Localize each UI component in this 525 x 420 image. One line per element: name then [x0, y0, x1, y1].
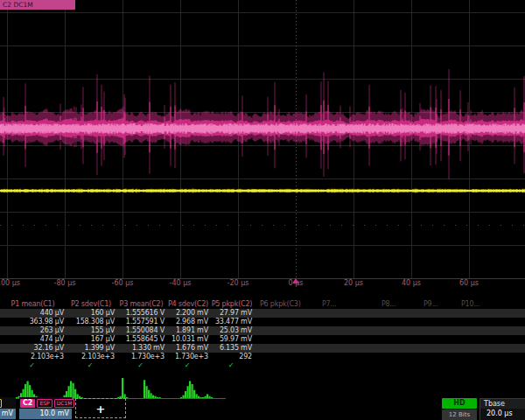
time-axis-label: 20 µs: [344, 279, 363, 287]
plus-icon: +: [96, 402, 106, 416]
c2-scale-value: 10.0 mV: [19, 409, 72, 419]
resolution-bits-label: 12 Bits: [442, 410, 477, 420]
measure-value: 6.135 mV: [210, 344, 254, 353]
measure-value: 2.200 mV: [166, 309, 210, 318]
measure-value: 27.97 mV: [210, 309, 254, 318]
measure-value: 10.031 mV: [166, 335, 210, 344]
measure-value: 363.98 µV: [0, 318, 66, 326]
measure-value: 1.676 mV: [166, 344, 210, 353]
tbase-value: 20.0 µs: [480, 409, 525, 419]
measure-value: 59.97 mV: [210, 335, 254, 344]
measure-stat-row: 474 µV167 µV1.558645 V10.031 mV59.97 mV: [0, 335, 525, 344]
waveform-grid: [0, 0, 525, 294]
param-header-p7[interactable]: P7...: [322, 300, 337, 309]
time-axis: -100 µs-80 µs-60 µs-40 µs-20 µs0 µs20 µs…: [0, 279, 525, 290]
time-axis-label: 60 µs: [459, 279, 479, 287]
time-axis-label: -60 µs: [112, 279, 134, 287]
measure-value: 1.399 µV: [66, 344, 116, 353]
tbase-label: Tbase: [480, 399, 525, 409]
measure-value: 2.103e+3: [66, 353, 116, 361]
time-axis-label: -100 µs: [0, 279, 20, 287]
param-header-p9[interactable]: P9...: [424, 300, 438, 309]
descriptor-bar: C1 DC1M 10.0 mV C2 ESP DC1M 10.0 mV + HD…: [0, 396, 525, 420]
hd-mode-badge[interactable]: HD: [442, 398, 477, 409]
measure-value: 32.16 µV: [0, 344, 66, 353]
c1-coupling-badge: DC1M: [0, 399, 2, 408]
c2-channel-badge: C2: [20, 399, 35, 408]
param-header-p5[interactable]: P5 pkpk(C2): [210, 300, 254, 309]
measure-value: 1.730e+3: [166, 353, 210, 361]
status-check-icon: ✓: [66, 361, 116, 370]
c1-trace[interactable]: [0, 189, 525, 193]
measure-value: 2.103e+3: [0, 353, 66, 361]
measure-value: 292: [210, 353, 254, 361]
time-axis-label: -20 µs: [228, 279, 249, 287]
param-header-p2[interactable]: P2 sdev(C1): [66, 300, 116, 309]
measure-stat-row: 363.98 µV158.308 µV1.557591 V2.968 mV33.…: [0, 318, 525, 326]
oscilloscope-screen: C2 DC1M -100 µs-80 µs-60 µs-40 µs-20 µs0…: [0, 0, 525, 420]
param-header-p8[interactable]: P8...: [382, 300, 396, 309]
param-header-p4[interactable]: P4 sdev(C2): [166, 300, 210, 309]
measure-value: 155 µV: [66, 326, 116, 335]
measure-value: 440 µV: [0, 309, 66, 318]
measure-value: 1.730e+3: [116, 353, 166, 361]
measure-value: 1.550084 V: [116, 326, 166, 335]
param-header-p1[interactable]: P1 mean(C1): [0, 300, 66, 309]
param-header-p10[interactable]: P10...: [461, 300, 480, 309]
measure-value: 1.555616 V: [116, 309, 166, 318]
time-axis-label: -80 µs: [54, 279, 76, 287]
measure-value: 167 µV: [66, 335, 116, 344]
measure-value: 160 µV: [66, 309, 116, 318]
measure-value: 263 µV: [0, 326, 66, 335]
measure-stat-row: 32.16 µV1.399 µV1.330 mV1.676 mV6.135 mV: [0, 344, 525, 353]
measure-stat-row: 440 µV160 µV1.555616 V2.200 mV27.97 mV: [0, 309, 525, 318]
measure-value: 25.03 mV: [210, 326, 254, 335]
add-trace-button[interactable]: +: [75, 398, 126, 418]
c2-esp-badge: ESP: [37, 399, 52, 408]
measure-value: 2.968 mV: [166, 318, 210, 326]
measure-value: 1.891 mV: [166, 326, 210, 335]
measure-value: 158.308 µV: [66, 318, 116, 326]
measure-value: 33.477 mV: [210, 318, 254, 326]
trigger-position-marker-icon[interactable]: [292, 278, 299, 284]
time-axis-label: 40 µs: [402, 279, 421, 287]
trace-annotation-label: C2 DC1M: [0, 0, 75, 10]
status-check-icon: ✓: [166, 361, 210, 370]
c2-trace[interactable]: [0, 69, 525, 179]
timebase-descriptor[interactable]: Tbase 20.0 µs: [480, 398, 525, 420]
measure-value: 1.557591 V: [116, 318, 166, 326]
measure-value: 474 µV: [0, 335, 66, 344]
measure-stat-row: 263 µV155 µV1.550084 V1.891 mV25.03 mV: [0, 326, 525, 335]
measure-status-row: ✓✓✓✓✓: [0, 361, 525, 370]
c2-coupling-badge: DC1M: [54, 399, 75, 408]
status-check-icon: ✓: [116, 361, 166, 370]
c1-scale-value: 10.0 mV: [0, 409, 16, 419]
param-header-p6[interactable]: P6 pkpk(C3): [260, 300, 301, 309]
channel-descriptor-c2[interactable]: C2 ESP DC1M 10.0 mV: [19, 397, 72, 420]
measure-stat-row: 2.103e+32.103e+31.730e+31.730e+3292: [0, 353, 525, 361]
measurement-table: P1 mean(C1)P2 sdev(C1)P3 mean(C2)P4 sdev…: [0, 300, 525, 370]
measure-header-row: P1 mean(C1)P2 sdev(C1)P3 mean(C2)P4 sdev…: [0, 300, 525, 309]
status-check-icon: ✓: [0, 361, 66, 370]
time-axis-label: -40 µs: [170, 279, 192, 287]
status-check-icon: ✓: [210, 361, 254, 370]
channel-descriptor-c1[interactable]: C1 DC1M 10.0 mV: [0, 397, 16, 420]
measure-value: 1.330 mV: [116, 344, 166, 353]
param-header-p3[interactable]: P3 mean(C2): [116, 300, 166, 309]
measure-value: 1.558645 V: [116, 335, 166, 344]
